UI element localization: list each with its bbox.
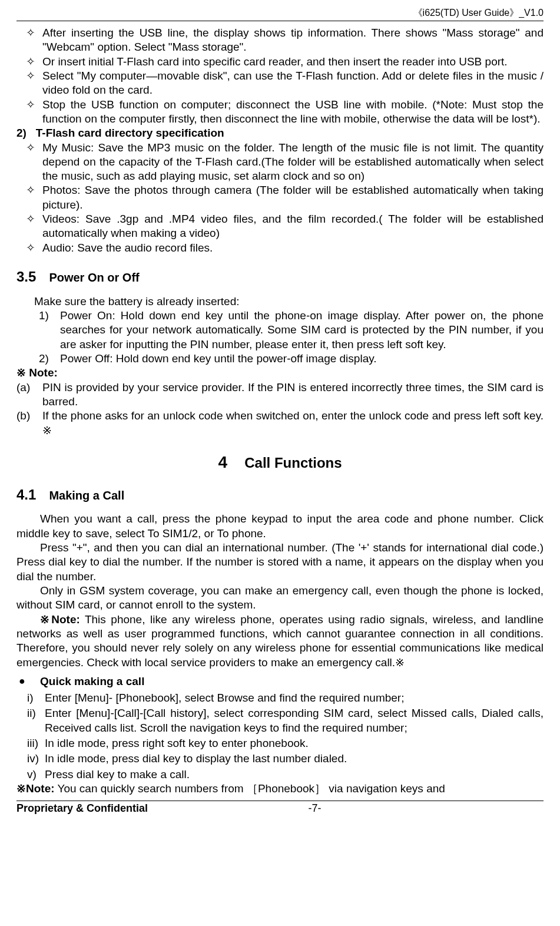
list-text: Enter [Menu]- [Phonebook], select Browse… xyxy=(45,691,544,705)
footer-page-number: -7- xyxy=(309,802,322,815)
body-paragraph: Only in GSM system coverage, you can mak… xyxy=(16,584,544,613)
section-intro: Make sure the battery is already inserte… xyxy=(16,295,544,309)
list-item: iii) In idle mode, press right soft key … xyxy=(16,736,544,750)
subheading-2: 2) T-Flash card directory specification xyxy=(16,126,544,140)
diamond-icon: ✧ xyxy=(16,241,42,255)
section-number: 3.5 xyxy=(16,268,36,286)
list-marker: iii) xyxy=(16,736,45,750)
chapter-4-heading: 4 Call Functions xyxy=(16,452,544,473)
note-body: This phone, like any wireless phone, ope… xyxy=(16,613,544,669)
list-item: (b) If the phone asks for an unlock code… xyxy=(16,409,544,438)
list-item: ✧ Photos: Save the photos through camera… xyxy=(16,183,544,212)
list-text: In idle mode, press dial key to display … xyxy=(45,752,544,766)
chapter-number: 4 xyxy=(218,452,227,473)
diamond-icon: ✧ xyxy=(16,183,42,212)
bottom-note: ※Note: You can quickly search numbers fr… xyxy=(16,782,544,796)
list-item: 1) Power On: Hold down end key until the… xyxy=(34,309,544,352)
list-text: Select "My computer—movable disk", can u… xyxy=(42,69,544,98)
numbered-list: 1) Power On: Hold down end key until the… xyxy=(16,309,544,366)
list-item: ✧ Select "My computer—movable disk", can… xyxy=(16,69,544,98)
chapter-title: Call Functions xyxy=(244,454,342,472)
list-item: (a) PIN is provided by your service prov… xyxy=(16,381,544,409)
list-text: Power On: Hold down end key until the ph… xyxy=(60,309,544,352)
list-item: i) Enter [Menu]- [Phonebook], select Bro… xyxy=(16,691,544,705)
diamond-icon: ✧ xyxy=(16,212,42,241)
body-paragraph: When you want a call, press the phone ke… xyxy=(16,512,544,541)
list-marker: i) xyxy=(16,691,45,705)
list-item: ii) Enter [Menu]-[Call]-[Call history], … xyxy=(16,706,544,735)
diamond-icon: ✧ xyxy=(16,98,42,127)
footer-left: Proprietary & Confidential xyxy=(16,802,148,815)
list-marker: v) xyxy=(16,768,45,782)
list-item: iv) In idle mode, press dial key to disp… xyxy=(16,752,544,766)
list-marker: iv) xyxy=(16,752,45,766)
list-item: ✧ My Music: Save the MP3 music on the fo… xyxy=(16,141,544,184)
diamond-icon: ✧ xyxy=(16,26,42,55)
list-text: PIN is provided by your service provider… xyxy=(42,381,544,409)
list-text: After inserting the USB line, the displa… xyxy=(42,26,544,55)
note-prefix: ※Note: xyxy=(16,782,55,795)
list-marker: ii) xyxy=(16,706,45,735)
list-marker: (a) xyxy=(16,381,42,409)
list-text: Power Off: Hold down end key until the p… xyxy=(60,352,544,366)
section-3-5-heading: 3.5 Power On or Off xyxy=(16,268,544,286)
note-prefix: ※Note: xyxy=(40,613,80,626)
subheading-title: T-Flash card directory specification xyxy=(36,127,224,139)
list-marker: 1) xyxy=(34,309,60,352)
list-item: ✧ Or insert initial T-Flash card into sp… xyxy=(16,55,544,69)
list-text: Enter [Menu]-[Call]-[Call history], sele… xyxy=(45,706,544,735)
list-item: ✧ Audio: Save the audio record files. xyxy=(16,241,544,255)
list-text: Audio: Save the audio record files. xyxy=(42,241,544,255)
diamond-icon: ✧ xyxy=(16,55,42,69)
note-body: You can quickly search numbers from ［Pho… xyxy=(55,782,445,795)
list-item: v) Press dial key to make a call. xyxy=(16,768,544,782)
header-rule xyxy=(16,21,544,21)
list-text: If the phone asks for an unlock code whe… xyxy=(42,409,544,438)
list-item: 2) Power Off: Hold down end key until th… xyxy=(34,352,544,366)
diamond-icon: ✧ xyxy=(16,141,42,184)
bullet-heading: ● Quick making a call xyxy=(16,674,544,689)
section-number: 4.1 xyxy=(16,486,36,504)
body-paragraph: Press "+", and then you can dial an inte… xyxy=(16,541,544,584)
note-label: ※ Note: xyxy=(16,366,544,380)
list-item: ✧ Videos: Save .3gp and .MP4 video files… xyxy=(16,212,544,241)
page: 《i625(TD) User Guide》_V1.0 ✧ After inser… xyxy=(0,0,560,821)
page-footer: Proprietary & Confidential -7- xyxy=(16,801,544,815)
section-4-1-heading: 4.1 Making a Call xyxy=(16,486,544,504)
doc-header-right: 《i625(TD) User Guide》_V1.0 xyxy=(16,0,544,21)
list-text: Press dial key to make a call. xyxy=(45,768,544,782)
list-item: ✧ After inserting the USB line, the disp… xyxy=(16,26,544,55)
list-marker: 2) xyxy=(34,352,60,366)
footer-right-spacer xyxy=(541,802,544,815)
list-text: Videos: Save .3gp and .MP4 video files, … xyxy=(42,212,544,241)
list-marker: (b) xyxy=(16,409,42,438)
bullet-icon: ● xyxy=(16,674,40,689)
list-item: ✧ Stop the USB function on computer; dis… xyxy=(16,98,544,127)
diamond-icon: ✧ xyxy=(16,69,42,98)
list-text: Or insert initial T-Flash card into spec… xyxy=(42,55,544,69)
subheading-num: 2) xyxy=(16,127,26,139)
list-text: Stop the USB function on computer; disco… xyxy=(42,98,544,127)
bullet-label: Quick making a call xyxy=(40,674,144,689)
page-content: ✧ After inserting the USB line, the disp… xyxy=(16,26,544,796)
list-text: Photos: Save the photos through camera (… xyxy=(42,183,544,212)
list-text: My Music: Save the MP3 music on the fold… xyxy=(42,141,544,184)
note-paragraph: ※Note: This phone, like any wireless pho… xyxy=(16,613,544,670)
list-text: In idle mode, press right soft key to en… xyxy=(45,736,544,750)
section-title: Making a Call xyxy=(49,488,124,504)
section-title: Power On or Off xyxy=(49,270,139,286)
